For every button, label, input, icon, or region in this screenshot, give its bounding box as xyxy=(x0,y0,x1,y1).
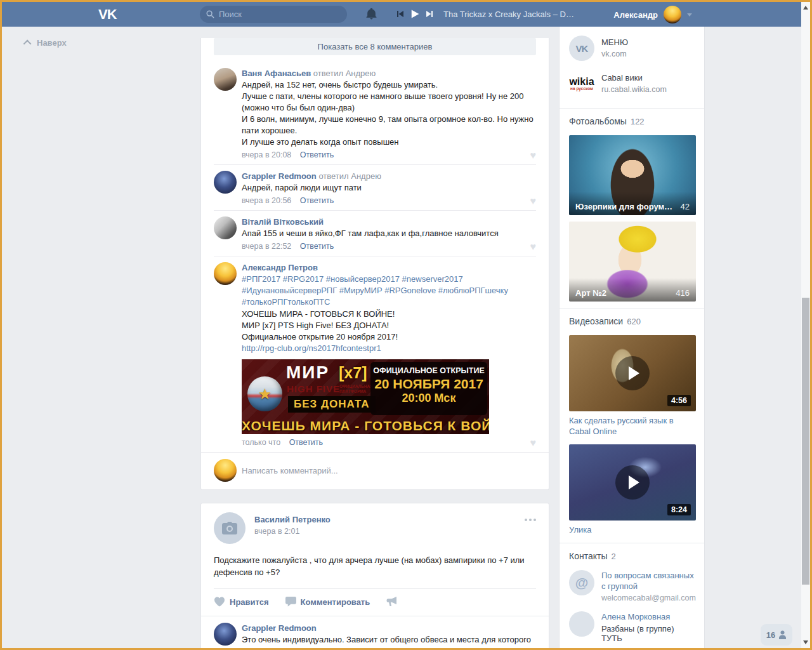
wikia-wordmark: wikia xyxy=(569,77,594,86)
previous-track-button[interactable] xyxy=(396,10,404,18)
banner-no-donate-label: БЕЗ ДОНАТА xyxy=(288,396,376,413)
chevron-up-icon xyxy=(23,40,32,48)
show-all-comments-button[interactable]: Показать все 8 комментариев xyxy=(214,38,536,55)
album-name: Арт №2 xyxy=(575,288,606,298)
like-heart-icon[interactable]: ♥ xyxy=(530,438,537,448)
sidebar-link-title[interactable]: Cabal вики xyxy=(601,71,667,83)
play-button[interactable] xyxy=(410,10,419,18)
comment-author-link[interactable]: Grappler Redmoon xyxy=(242,623,317,633)
comment-author-link[interactable]: Grappler Redmoon xyxy=(242,171,317,181)
gold-bird-icon: ★ xyxy=(258,385,272,403)
online-count: 16 xyxy=(766,630,775,640)
contacts-title[interactable]: Контакты xyxy=(569,551,607,561)
comment-bubble-icon xyxy=(285,597,296,607)
comment-item: Grappler Redmoon ответил Андрею Андрей, … xyxy=(201,164,549,210)
notifications-bell-icon[interactable] xyxy=(366,8,377,20)
vk-mini-logo: VK xyxy=(576,43,588,54)
banner-slogan: ХОЧЕШЬ МИРА - ГОТОВЬСЯ К ВОЙНЕ xyxy=(242,418,489,434)
comment-button[interactable]: Комментировать xyxy=(285,597,370,607)
post-card: Василий Петренко вчера в 2:01 Подскажите… xyxy=(200,503,549,650)
play-icon xyxy=(615,465,650,500)
comment-text: Андрей, парой люди ищут пати xyxy=(242,182,536,194)
back-to-top-link[interactable]: Наверх xyxy=(25,38,67,48)
photo-albums-title[interactable]: Фотоальбомы xyxy=(569,116,627,126)
like-button[interactable]: Нравится xyxy=(214,597,269,607)
avatar[interactable] xyxy=(214,216,237,239)
video-title-link[interactable]: Как сделать русский язык в Cabal Online xyxy=(569,415,696,437)
scroll-down-arrow[interactable] xyxy=(803,640,808,644)
video-thumbnail[interactable]: 8:24 xyxy=(569,444,696,521)
banner-opening-date: 20 НОЯБРЯ 2017 xyxy=(370,376,487,392)
post-author-link[interactable]: Василий Петренко xyxy=(254,515,536,524)
post-timestamp[interactable]: вчера в 2:01 xyxy=(254,527,536,536)
comment-input[interactable]: Написать комментарий... xyxy=(201,452,549,489)
comment-text: Апай 155 и чеши в яйко,ФГ там лафа,как и… xyxy=(242,228,536,239)
avatar[interactable] xyxy=(214,171,237,194)
sidebar-link-title[interactable]: МЕНЮ xyxy=(601,36,628,48)
comment-item: Віталій Вітковський Апай 155 и чеши в яй… xyxy=(201,210,549,256)
share-button[interactable] xyxy=(386,597,398,607)
videos-title[interactable]: Видеозаписи xyxy=(569,316,623,326)
search-input[interactable] xyxy=(200,6,347,23)
comment-author-link[interactable]: Ваня Афанасьев xyxy=(242,69,311,78)
photo-album-thumbnail[interactable]: Арт №2 416 xyxy=(569,222,696,302)
chevron-down-icon xyxy=(687,13,692,17)
videos-count: 620 xyxy=(627,317,641,326)
sidebar-link-menu[interactable]: VK МЕНЮ vk.com xyxy=(560,30,704,66)
reply-link[interactable]: Ответить xyxy=(300,196,334,205)
comments-card: Показать все 8 комментариев Ваня Афанась… xyxy=(200,38,549,490)
contact-avatar[interactable] xyxy=(569,611,594,637)
contacts-header: Контакты2 xyxy=(560,543,704,564)
user-name[interactable]: Александр xyxy=(613,10,658,20)
album-count: 42 xyxy=(681,202,690,211)
comment-author-link[interactable]: Віталій Вітковський xyxy=(242,217,324,227)
video-thumbnail[interactable]: 4:56 xyxy=(569,335,696,411)
like-heart-icon[interactable]: ♥ xyxy=(530,242,537,252)
photo-albums-header: Фотоальбомы122 xyxy=(560,108,704,129)
comment-input-placeholder[interactable]: Написать комментарий... xyxy=(242,466,338,475)
avatar[interactable] xyxy=(214,623,237,646)
album-name: Юзерпики для форумов ... xyxy=(575,202,676,211)
video-duration-badge: 4:56 xyxy=(667,395,691,406)
camera-icon xyxy=(222,522,237,534)
play-icon xyxy=(615,356,650,390)
reply-link[interactable]: Ответить xyxy=(300,242,334,251)
video-title-link[interactable]: Улика xyxy=(569,524,696,535)
photo-albums-count: 122 xyxy=(631,117,645,126)
online-members-badge[interactable]: 16 xyxy=(761,624,792,646)
contact-detail: welcomecabal@gmail.com xyxy=(601,594,696,602)
search-icon xyxy=(206,10,214,18)
comment-url-link[interactable]: http://rpg-club.org/ns2017hfcontestpr1 xyxy=(242,343,536,354)
reply-link[interactable]: Ответить xyxy=(289,438,323,447)
next-track-button[interactable] xyxy=(426,10,433,18)
scrollbar[interactable] xyxy=(801,2,810,648)
scroll-up-arrow[interactable] xyxy=(803,6,808,10)
megaphone-share-icon xyxy=(386,597,398,607)
vk-logo[interactable]: VK xyxy=(98,6,117,23)
post-text: Подскажите пожалуйста , что для арчера л… xyxy=(201,544,549,578)
user-avatar[interactable] xyxy=(664,6,681,23)
promo-banner-image[interactable]: ★ МИР [x7] HIGH FIVE ОФИЦИАЛЬНАЯ ПЛАТФОР… xyxy=(242,359,489,434)
search-field[interactable] xyxy=(219,10,341,19)
post-menu-button[interactable] xyxy=(525,519,536,521)
comment-reply-note: ответил Андрею xyxy=(313,69,376,78)
sidebar-link-wiki[interactable]: wikia на русском Cabal вики ru.cabal.wik… xyxy=(560,66,704,102)
contact-name-link[interactable]: Алена Морковная xyxy=(601,611,695,622)
reply-link[interactable]: Ответить xyxy=(300,150,334,159)
contact-item: @ По вопросам связанных с группой welcom… xyxy=(560,564,704,605)
scrollbar-thumb[interactable] xyxy=(802,298,809,585)
photo-album-thumbnail[interactable]: Юзерпики для форумов ... 42 xyxy=(569,135,696,215)
avatar[interactable] xyxy=(214,262,237,285)
contact-detail: Разбаны (в группе) ТУТЬ xyxy=(601,624,695,643)
avatar-placeholder[interactable] xyxy=(214,512,246,544)
comment-text: Это очень индивидуально. Зависит от обще… xyxy=(242,634,536,650)
like-heart-icon[interactable]: ♥ xyxy=(530,150,537,161)
comment-author-link[interactable]: Александр Петров xyxy=(242,263,318,272)
contact-name-link[interactable]: По вопросам связанных с группой xyxy=(601,570,696,592)
user-menu[interactable]: Александр xyxy=(613,6,692,23)
avatar[interactable] xyxy=(214,68,237,91)
now-playing-track-title[interactable]: Tha Trickaz x Creaky Jackals – Dop... xyxy=(443,10,578,19)
like-heart-icon[interactable]: ♥ xyxy=(530,196,537,206)
banner-opening-panel: ОФИЦИАЛЬНОЕ ОТКРЫТИЕ 20 НОЯБРЯ 2017 20:0… xyxy=(370,362,487,415)
comment-hashtags[interactable]: #РПГ2017 #RPG2017 #новыйсервер2017 #news… xyxy=(242,274,536,308)
